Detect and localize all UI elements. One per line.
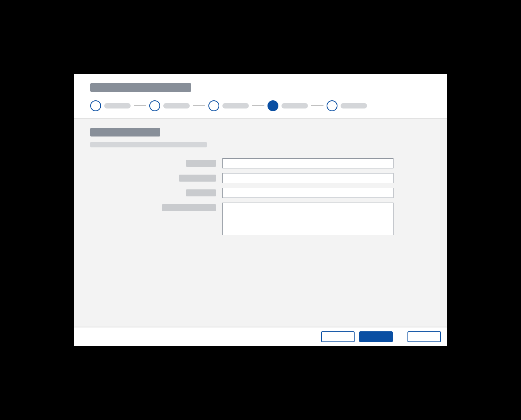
step-5[interactable]: [327, 100, 367, 111]
wizard-footer: [74, 327, 447, 346]
step-4[interactable]: [267, 100, 308, 111]
step-circle-icon: [149, 100, 160, 111]
step-label: [163, 103, 190, 108]
step-label: [222, 103, 249, 108]
step-circle-icon: [267, 100, 278, 111]
step-1[interactable]: [90, 100, 131, 111]
form-row: [90, 158, 431, 168]
step-connector: [193, 105, 205, 106]
step-2[interactable]: [149, 100, 190, 111]
step-label: [341, 103, 367, 108]
section-subtitle: [90, 142, 207, 147]
field-input-2[interactable]: [222, 173, 393, 183]
step-label: [281, 103, 308, 108]
field-label-1: [90, 158, 222, 167]
form-row: [90, 188, 431, 198]
wizard-window: [74, 74, 447, 346]
section-title: [90, 128, 160, 136]
form-row: [90, 173, 431, 183]
step-connector: [252, 105, 264, 106]
step-circle-icon: [327, 100, 337, 111]
step-circle-icon: [90, 100, 101, 111]
field-textarea-4[interactable]: [222, 203, 393, 235]
wizard-body: [74, 119, 447, 327]
step-connector: [134, 105, 146, 106]
stepper: [90, 100, 431, 111]
wizard-title: [90, 83, 191, 92]
field-label-2: [90, 173, 222, 182]
cancel-button[interactable]: [407, 331, 441, 342]
wizard-header: [74, 74, 447, 119]
step-connector: [311, 105, 323, 106]
form-row: [90, 203, 431, 235]
step-3[interactable]: [208, 100, 249, 111]
field-label-3: [90, 188, 222, 196]
back-button[interactable]: [321, 331, 355, 342]
field-label-4: [90, 203, 222, 211]
field-input-1[interactable]: [222, 158, 393, 168]
field-input-3[interactable]: [222, 188, 393, 198]
next-button[interactable]: [359, 331, 393, 342]
step-label: [104, 103, 131, 108]
step-circle-icon: [208, 100, 219, 111]
